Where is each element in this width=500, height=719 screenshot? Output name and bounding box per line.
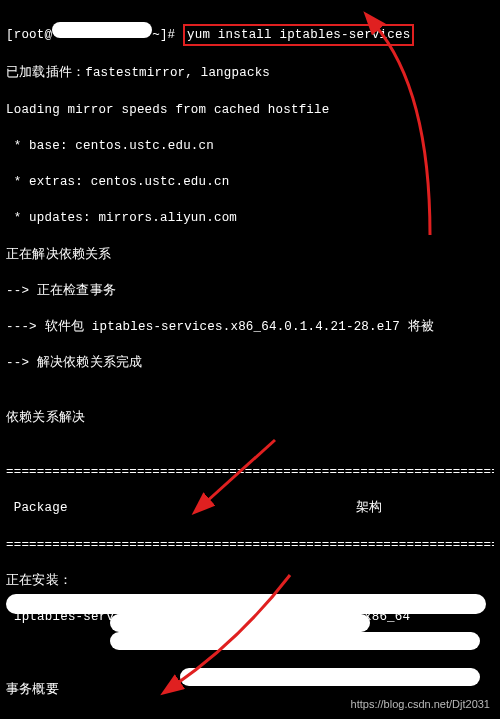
command: yum install iptables-services	[187, 28, 410, 42]
redaction-bar	[110, 632, 480, 650]
host-redacted	[52, 22, 152, 38]
watermark: https://blog.csdn.net/Djt2031	[351, 697, 490, 713]
command-highlight: yum install iptables-services	[183, 24, 414, 46]
divider: ========================================…	[6, 536, 494, 554]
prompt-line: [root@~]# yum install iptables-services	[6, 22, 494, 46]
user: root	[14, 28, 45, 42]
redaction-bar	[6, 594, 486, 614]
divider: ========================================…	[6, 463, 494, 481]
redaction-bar	[110, 614, 370, 632]
redaction-bar	[180, 668, 480, 686]
table-header: Package架构	[6, 499, 494, 517]
